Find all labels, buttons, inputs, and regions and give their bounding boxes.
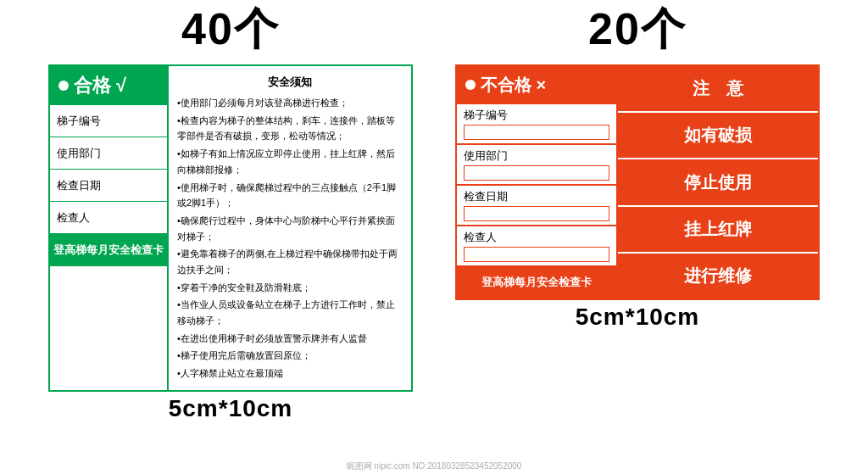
warning-block-1: 注 意 xyxy=(618,66,818,113)
orange-bottom-label: 登高梯每月安全检查卡 xyxy=(457,266,616,298)
orange-field-inner-4 xyxy=(464,247,609,262)
notice-item-5: •确保爬行过程中，身体中心与阶梯中心平行并紧挨面对梯子； xyxy=(177,213,403,244)
safety-notice: 安全须知 •使用部门必须每月对该登高梯进行检查； •检查内容为梯子的整体结构，刹… xyxy=(169,66,411,390)
warning-col: 注 意 如有破损 停止使用 挂上红牌 进行维修 xyxy=(618,66,818,298)
notice-item-1: •使用部门必须每月对该登高梯进行检查； xyxy=(177,95,403,111)
notice-item-11: •人字梯禁止站立在最顶端 xyxy=(177,365,403,382)
right-section: 20个 不合格 × 梯子编号 使用部门 检查日期 xyxy=(434,0,841,474)
orange-field-date: 检查日期 xyxy=(457,185,616,226)
field-inspector: 检查人 xyxy=(50,202,167,234)
notice-item-10: •梯子使用完后需确放置回原位； xyxy=(177,348,403,364)
field-ladder-number: 梯子编号 xyxy=(50,105,167,137)
warning-block-5: 进行维修 xyxy=(618,254,818,298)
green-bottom-label: 登高梯每月安全检查卡 xyxy=(50,234,167,266)
warning-block-2: 如有破损 xyxy=(618,113,818,159)
orange-field-inner-1 xyxy=(464,125,609,140)
main-container: 40个 合格 √ 梯子编号 使用部门 检查日期 检查人 xyxy=(0,0,868,474)
notice-item-4: •使用梯子时，确保爬梯过程中的三点接触点（2手1脚或2脚1手）； xyxy=(177,180,403,211)
right-form-col: 不合格 × 梯子编号 使用部门 检查日期 检查人 登高 xyxy=(457,66,618,298)
left-card: 合格 √ 梯子编号 使用部门 检查日期 检查人 登高梯每月安全检查卡 安全须知 xyxy=(48,64,413,392)
orange-field-ladder: 梯子编号 xyxy=(457,103,616,144)
orange-field-inner-2 xyxy=(464,165,609,181)
notice-item-6: •避免靠着梯子的两侧,在上梯过程中确保梯带扣处于两边扶手之间； xyxy=(177,246,403,277)
green-dot-icon xyxy=(58,81,69,91)
notice-item-2: •检查内容为梯子的整体结构，刹车，连接件，踏板等零部件是否有破损，变形，松动等情… xyxy=(177,113,403,144)
orange-dot-icon xyxy=(465,80,476,90)
orange-field-dept: 使用部门 xyxy=(457,144,616,185)
right-card: 不合格 × 梯子编号 使用部门 检查日期 检查人 登高 xyxy=(455,64,820,300)
warning-block-3: 停止使用 xyxy=(618,159,818,206)
left-title: 40个 xyxy=(181,0,280,59)
warning-block-4: 挂上红牌 xyxy=(618,207,818,254)
field-check-date: 检查日期 xyxy=(50,170,167,202)
green-header-label: 合格 √ xyxy=(74,73,126,98)
watermark: 昵图网 nipic.com NO:20180328523452052000 xyxy=(347,460,522,472)
notice-item-7: •穿着干净的安全鞋及防滑鞋底； xyxy=(177,280,403,296)
notice-title: 安全须知 xyxy=(177,73,403,92)
left-form-col: 合格 √ 梯子编号 使用部门 检查日期 检查人 登高梯每月安全检查卡 xyxy=(50,66,169,390)
orange-field-inspector: 检查人 xyxy=(457,226,616,266)
left-size-label: 5cm*10cm xyxy=(169,395,293,422)
notice-item-9: •在进出使用梯子时必须放置警示牌并有人监督 xyxy=(177,331,403,347)
right-size-label: 5cm*10cm xyxy=(576,304,700,331)
notice-item-8: •当作业人员或设备站立在梯子上方进行工作时，禁止移动梯子； xyxy=(177,297,403,328)
orange-field-inner-3 xyxy=(464,206,609,221)
green-header: 合格 √ xyxy=(50,66,167,105)
right-title: 20个 xyxy=(588,0,687,59)
orange-header-label: 不合格 × xyxy=(481,74,546,97)
field-dept: 使用部门 xyxy=(50,137,167,170)
left-section: 40个 合格 √ 梯子编号 使用部门 检查日期 检查人 xyxy=(27,0,434,474)
notice-item-3: •如梯子有如上情况应立即停止使用，挂上红牌，然后向梯梯部报修； xyxy=(177,146,403,177)
orange-header: 不合格 × xyxy=(457,66,616,103)
